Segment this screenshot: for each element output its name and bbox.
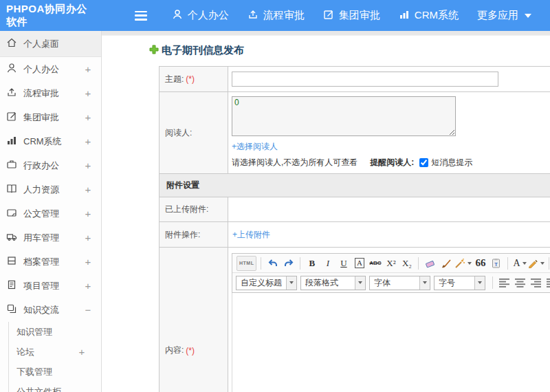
sidebar-item-hr[interactable]: 人力资源 + [0, 177, 101, 202]
home-icon [6, 37, 23, 50]
sidebar-subitem-public-cabinet[interactable]: 公共文件柜 [9, 382, 101, 392]
top-nav: 个人办公 流程审批 集团审批 CRM系统 更多应用 [172, 9, 550, 22]
attach-op-label: 附件操作: [165, 229, 200, 241]
sidebar-item-crm[interactable]: CRM系统 + [0, 129, 101, 153]
sidebar-item-workflow-approval[interactable]: 流程审批 + [0, 81, 101, 105]
chevron-down-icon [355, 276, 365, 290]
sidebar-item-vehicles[interactable]: 用车管理 + [0, 226, 101, 250]
subject-row: 主题: (*) [160, 67, 550, 92]
expand-icon[interactable]: + [84, 111, 92, 123]
person-icon [172, 9, 188, 22]
highlight-pen-icon[interactable] [528, 256, 544, 271]
nav-crm-system[interactable]: CRM系统 [399, 9, 459, 22]
align-justify-icon[interactable] [544, 275, 550, 290]
content-label: 内容: [165, 345, 184, 356]
align-left-icon[interactable] [497, 275, 512, 290]
format-brush-icon[interactable] [439, 256, 453, 271]
sidebar-item-documents[interactable]: 公文管理 + [0, 202, 101, 226]
bar-chart-icon [6, 135, 23, 148]
sidebar-subitem-forum[interactable]: 论坛 + [9, 342, 101, 362]
font-box-button[interactable]: A [355, 258, 364, 268]
italic-button[interactable]: I [320, 256, 335, 271]
select-readers-link[interactable]: +选择阅读人 [232, 141, 550, 153]
sidebar-item-archives[interactable]: 档案管理 + [0, 250, 101, 274]
required-mark: (*) [186, 346, 195, 356]
attachment-action-row: 附件操作: +上传附件 [160, 222, 550, 248]
expand-icon[interactable]: + [84, 256, 92, 268]
nav-more-apps[interactable]: 更多应用 [477, 9, 531, 22]
attachment-section-header: 附件设置 [160, 174, 550, 197]
folder-icon [6, 207, 23, 220]
uploaded-label: 已上传附件: [165, 204, 208, 215]
book-icon [6, 183, 23, 196]
sidebar-item-projects[interactable]: 项目管理 + [0, 274, 101, 298]
edit-square-icon [6, 111, 23, 124]
uploaded-attachments-row: 已上传附件: [160, 197, 550, 222]
undo-icon[interactable] [265, 256, 280, 271]
svg-text:T: T [495, 261, 498, 267]
expand-icon[interactable]: + [84, 280, 92, 292]
sidebar: 个人桌面 个人办公 + 流程审批 + 集团审批 + CRM系统 + 行政办公 +… [0, 31, 102, 392]
upload-attachment-link[interactable]: +上传附件 [232, 229, 270, 241]
subject-input[interactable] [232, 72, 498, 87]
document-icon [6, 279, 23, 292]
hamburger-menu-icon[interactable] [135, 11, 147, 21]
strikethrough-button[interactable]: ABC [368, 256, 382, 271]
chevron-down-icon [474, 276, 485, 290]
sidebar-item-personal-desktop[interactable]: 个人桌面 [0, 31, 101, 57]
autoformat-wand-icon[interactable] [454, 256, 472, 271]
editor-content-area[interactable] [232, 293, 550, 392]
subject-label: 主题: [165, 74, 184, 85]
sidebar-item-personal-office[interactable]: 个人办公 + [0, 57, 101, 81]
sidebar-item-group-approval[interactable]: 集团审批 + [0, 105, 101, 129]
nav-group-approval[interactable]: 集团审批 [323, 9, 380, 22]
briefcase-icon [6, 159, 23, 172]
expand-icon[interactable]: + [84, 208, 92, 219]
sidebar-subitem-downloads[interactable]: 下载管理 [9, 362, 101, 382]
expand-icon[interactable]: + [84, 63, 92, 75]
expand-icon[interactable]: + [84, 160, 92, 171]
readers-hint: 请选择阅读人,不选为所有人可查看 提醒阅读人: 短消息提示 [232, 157, 550, 168]
font-size-dropdown[interactable]: 字号 [434, 276, 485, 290]
chevron-down-icon [419, 276, 430, 290]
superscript-button[interactable]: X² [384, 256, 398, 271]
underline-button[interactable]: U [336, 256, 351, 271]
collapse-icon[interactable]: − [84, 304, 92, 316]
sidebar-item-admin-office[interactable]: 行政办公 + [0, 153, 101, 177]
expand-icon[interactable]: + [84, 135, 92, 147]
eraser-icon[interactable] [423, 256, 437, 271]
expand-icon[interactable]: + [84, 232, 92, 243]
expand-icon[interactable]: + [78, 346, 86, 358]
expand-icon[interactable]: + [84, 87, 92, 99]
layers-icon [6, 303, 23, 316]
chevron-down-icon [286, 276, 296, 290]
readers-textarea[interactable]: 0 [232, 96, 456, 136]
align-center-icon[interactable] [513, 275, 527, 290]
knowledge-submenu: 知识管理 论坛 + 下载管理 公共文件柜 [8, 322, 101, 392]
align-right-icon[interactable] [529, 275, 543, 290]
redo-icon[interactable] [281, 256, 296, 271]
bar-chart-icon [399, 9, 415, 22]
font-family-dropdown[interactable]: 字体 [369, 276, 430, 290]
app-logo: PHPOA协同办公软件 [0, 3, 94, 29]
top-header: PHPOA协同办公软件 个人办公 流程审批 集团审批 CRM系统 更多应用 [0, 0, 550, 31]
workflow-icon [6, 87, 23, 100]
nav-workflow-approval[interactable]: 流程审批 [248, 9, 305, 22]
sidebar-item-knowledge[interactable]: 知识交流 − [0, 298, 101, 322]
subscript-button[interactable]: X₂ [399, 256, 414, 271]
plus-icon [149, 45, 162, 56]
paste-icon[interactable]: T [489, 256, 503, 271]
blockquote-button[interactable]: 66 [473, 256, 487, 271]
paragraph-format-dropdown[interactable]: 段落格式 [300, 276, 366, 290]
sms-remind-checkbox[interactable] [419, 158, 428, 167]
expand-icon[interactable]: + [84, 184, 92, 195]
edit-square-icon [323, 9, 339, 22]
workflow-icon [248, 9, 263, 22]
custom-title-dropdown[interactable]: 自定义标题 [236, 276, 297, 290]
font-color-button[interactable]: A [512, 256, 527, 271]
sidebar-subitem-knowledge-mgmt[interactable]: 知识管理 [9, 322, 101, 342]
nav-personal-office[interactable]: 个人办公 [172, 9, 229, 22]
html-source-button[interactable]: HTML [236, 256, 256, 271]
truck-icon [6, 231, 23, 244]
bold-button[interactable]: B [305, 256, 319, 271]
